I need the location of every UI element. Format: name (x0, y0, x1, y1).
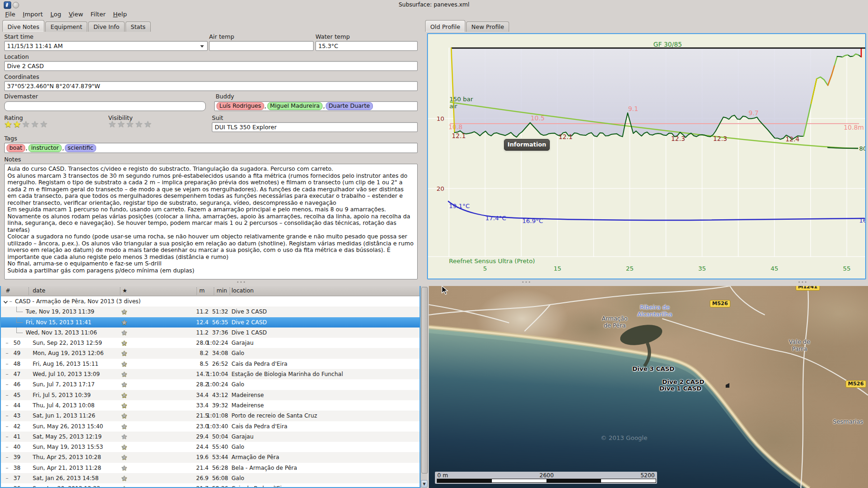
star-empty-icon[interactable]: ★ (121, 421, 128, 432)
buddy-chip[interactable]: Duarte Duarte (326, 102, 372, 110)
splitter-handle[interactable] (520, 281, 532, 284)
trip-header-row[interactable]: – CASD - Armação de Pêra, Nov 2013 (3 di… (1, 296, 420, 307)
buddy-chip[interactable]: Luís Rodrigues (217, 102, 264, 110)
dive-row[interactable]: – 50 Sun, Sep 22, 2013 12:59 ★★★★★ 28.0 … (1, 338, 420, 348)
dive-list-scrollbar[interactable]: ▼ (420, 286, 427, 488)
column-header-location[interactable]: location (231, 287, 254, 294)
dive-number: 38 (10, 463, 21, 473)
profile-tab[interactable]: Old Profile (425, 20, 465, 32)
tab[interactable]: Dive Info (88, 21, 125, 32)
start-time-combobox[interactable]: 11/15/13 11:41 AM (4, 41, 208, 51)
star-empty-icon[interactable]: ★ (121, 338, 128, 348)
star-empty-icon[interactable]: ★ (121, 369, 128, 379)
scroll-down-button[interactable]: ▼ (421, 480, 427, 488)
dive-row[interactable]: – 37 Sat, Jan 26, 2013 14:58 ★★★★★ 26.9 … (1, 473, 420, 483)
star-empty-icon[interactable]: ★ (126, 119, 135, 129)
profile-tab[interactable]: New Profile (466, 21, 509, 32)
star-empty-icon[interactable]: ★ (121, 400, 128, 411)
dive-duration: 39:32 (203, 400, 228, 411)
dive-row[interactable]: – 42 Sun, May 26, 2013 15:40 ★★★★★ 23.0 … (1, 421, 420, 432)
star-filled-icon[interactable]: ★ (4, 119, 13, 129)
tags-field[interactable]: boatinstructorscientific (4, 143, 418, 153)
star-empty-icon[interactable]: ★ (121, 473, 128, 483)
dive-row[interactable]: – 45 Fri, Jul 5, 2013 10:39 ★★★★★ 34.4 4… (1, 390, 420, 400)
menu-item[interactable]: Log (47, 10, 65, 18)
buddy-field[interactable]: Luís RodriguesMiguel MadureiraDuarte Dua… (214, 101, 418, 111)
expander-chevron-icon[interactable] (3, 299, 7, 303)
suit-field[interactable]: DUI TLS 350 Explorer (212, 122, 418, 132)
column-header-duration[interactable]: min (217, 287, 227, 294)
star-empty-icon[interactable]: ★ (31, 119, 40, 129)
dive-row[interactable]: – 36 Sun, Jan 20, 2013 12:33 ★★★★★ 21.7 … (1, 483, 420, 488)
dive-row[interactable]: – 46 Sun, Jul 7, 2013 17:17 ★★★★★ 28.2 1… (1, 379, 420, 390)
dive-row[interactable]: – 43 Sat, Jun 1, 2013 11:26 ★★★★★ 21.5 1… (1, 411, 420, 421)
tab[interactable]: Stats (126, 21, 151, 32)
dive-row[interactable]: – 40 Sun, May 19, 2013 15:53 ★★★★★ 24.4 … (1, 442, 420, 452)
star-empty-icon[interactable]: ★ (121, 307, 128, 317)
dive-duration: 1:10:04 (203, 369, 228, 379)
dive-site-map[interactable]: Armação de Pêra Ribeira de Alcantarilha … (429, 286, 868, 488)
information-tooltip-button[interactable]: Information (504, 139, 550, 151)
chevron-down-icon[interactable] (200, 45, 204, 48)
dive-row[interactable]: – Tue, Nov 19, 2013 11:39 ★★★★★ 11.2 51:… (1, 307, 420, 317)
coordinates-field[interactable]: 37°05'23.460"N 8°20'47.879"W (4, 81, 418, 91)
scrollbar-thumb[interactable] (421, 287, 428, 474)
column-header-rating[interactable]: ★ (122, 287, 127, 294)
column-header-date[interactable]: date (33, 287, 45, 294)
dive-row[interactable]: – 44 Thu, Jul 4, 2013 10:08 ★★★★★ 33.4 3… (1, 400, 420, 411)
star-empty-icon[interactable]: ★ (121, 452, 128, 462)
column-header-num[interactable]: # (6, 287, 10, 294)
star-empty-icon[interactable]: ★ (121, 379, 128, 390)
splitter-handle[interactable] (235, 281, 246, 284)
star-empty-icon[interactable]: ★ (144, 119, 153, 129)
buddy-chip[interactable]: Miguel Madureira (267, 102, 323, 110)
star-empty-icon[interactable]: ★ (117, 119, 126, 129)
dive-row[interactable]: – 39 Thu, Apr 25, 2013 10:28 ★★★★★ 19.6 … (1, 452, 420, 462)
star-empty-icon[interactable]: ★ (121, 328, 128, 338)
tab[interactable]: Equipment (45, 21, 87, 32)
star-empty-icon[interactable]: ★ (121, 411, 128, 421)
star-filled-icon[interactable]: ★ (13, 119, 22, 129)
tag-chip[interactable]: boat (7, 144, 25, 152)
notes-textarea[interactable]: Aula do curso CASD. Transectos c/video e… (4, 164, 418, 279)
star-empty-icon[interactable]: ★ (40, 119, 49, 129)
dive-row[interactable]: – 48 Fri, Aug 16, 2013 15:11 ★★★★★ 8.5 2… (1, 359, 420, 369)
water-temp-field[interactable]: 15.3°C (315, 41, 418, 51)
visibility-stars[interactable]: ★★★★★ (108, 119, 153, 129)
star-empty-icon[interactable]: ★ (121, 390, 128, 400)
star-empty-icon[interactable]: ★ (121, 432, 128, 442)
dive-row[interactable]: – 38 Sun, Apr 21, 2013 11:28 ★★★★★ 21.4 … (1, 463, 420, 473)
star-empty-icon[interactable]: ★ (121, 442, 128, 452)
star-empty-icon[interactable]: ★ (121, 317, 128, 328)
dive-flag-marker[interactable] (726, 383, 729, 388)
dive-location: Armação de Pêra (231, 452, 279, 462)
air-temp-field[interactable] (209, 41, 314, 51)
dive-row[interactable]: – 41 Sat, May 25, 2013 12:19 ★★★★★ 29.4 … (1, 432, 420, 442)
column-header-depth[interactable]: m (199, 287, 205, 294)
star-empty-icon[interactable]: ★ (121, 463, 128, 473)
star-empty-icon[interactable]: ★ (22, 119, 31, 129)
star-empty-icon[interactable]: ★ (121, 348, 128, 358)
star-empty-icon[interactable]: ★ (121, 359, 128, 369)
star-empty-icon[interactable]: ★ (121, 483, 128, 488)
tag-chip[interactable]: instructor (28, 144, 62, 152)
menu-item[interactable]: Filter (87, 10, 109, 18)
divemaster-field[interactable] (4, 101, 206, 111)
dive-row[interactable]: – 47 Wed, Jul 10, 2013 13:09 ★★★★★ 14.7 … (1, 369, 420, 379)
rating-stars[interactable]: ★★★★★ (4, 119, 49, 129)
dive-row[interactable]: – 49 Mon, Aug 19, 2013 12:06 ★★★★★ 8.2 3… (1, 348, 420, 358)
dive-site-label: Dive 2 CASD (662, 378, 704, 385)
tag-chip[interactable]: scientific (65, 144, 96, 152)
dive-date: Sun, Jul 7, 2013 17:17 (33, 379, 95, 390)
dive-row[interactable]: – Fri, Nov 15, 2013 11:41 ★★★★★ 12.4 56:… (1, 317, 420, 328)
menu-item[interactable]: Help (109, 10, 131, 18)
menu-item[interactable]: File (1, 10, 19, 18)
menu-item[interactable]: Import (19, 10, 47, 18)
star-empty-icon[interactable]: ★ (135, 119, 144, 129)
star-empty-icon[interactable]: ★ (108, 119, 117, 129)
dive-row[interactable]: – Wed, Nov 13, 2013 11:06 ★★★★★ 11.2 37:… (1, 328, 420, 338)
location-field[interactable]: Dive 2 CASD (4, 61, 418, 71)
tab[interactable]: Dive Notes (2, 20, 44, 32)
menu-item[interactable]: View (65, 10, 87, 18)
splitter-handle[interactable] (797, 281, 808, 284)
